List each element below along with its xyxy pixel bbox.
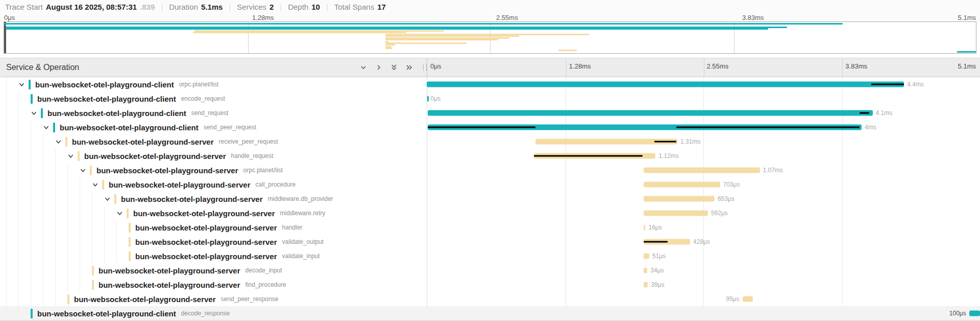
operation-name: validate_input	[282, 253, 320, 260]
span-timeline-cell[interactable]: 428μs	[427, 235, 980, 249]
span-duration-bar[interactable]	[644, 268, 647, 273]
service-color-strip	[129, 251, 131, 261]
indent-guide	[43, 235, 55, 249]
span-row[interactable]: bun-websocket-otel-playground-serverhand…	[0, 149, 980, 163]
chevron-down-icon[interactable]	[92, 181, 102, 188]
span-row[interactable]: bun-websocket-otel-playground-servervali…	[0, 249, 980, 263]
service-name: bun-websocket-otel-playground-server	[135, 238, 277, 246]
indent-guide	[104, 235, 116, 249]
chevron-down-icon[interactable]	[67, 153, 78, 159]
span-timeline-cell[interactable]: 4.1ms	[427, 106, 980, 120]
span-name-cell[interactable]: bun-websocket-otel-playground-serverfind…	[0, 278, 427, 292]
span-row[interactable]: bun-websocket-otel-playground-clientdeco…	[0, 306, 980, 320]
span-timeline-cell[interactable]: 39μs	[427, 278, 980, 292]
span-duration-bar[interactable]	[644, 168, 760, 173]
span-timeline-cell[interactable]: 653μs	[427, 192, 980, 206]
expand-one-icon[interactable]	[375, 63, 383, 72]
span-name-cell[interactable]: bun-websocket-otel-playground-servercall…	[0, 177, 427, 192]
span-name-cell[interactable]: bun-websocket-otel-playground-serverdeco…	[0, 263, 427, 278]
span-name-cell[interactable]: bun-websocket-otel-playground-serverhand…	[0, 220, 427, 235]
chevron-down-icon[interactable]	[55, 139, 65, 145]
span-duration-bar[interactable]	[427, 82, 904, 87]
span-row[interactable]: bun-websocket-otel-playground-servermidd…	[0, 192, 980, 206]
expand-all-icon[interactable]	[405, 63, 413, 72]
span-duration-bar[interactable]	[969, 311, 980, 316]
span-row[interactable]: bun-websocket-otel-playground-clientorpc…	[0, 77, 980, 91]
trace-start-label: Trace Start	[5, 3, 43, 11]
column-resizer-handle[interactable]	[423, 64, 427, 71]
trace-start-value: August 16 2025, 08:57:31	[46, 3, 137, 11]
span-row[interactable]: bun-websocket-otel-playground-serverfind…	[0, 278, 980, 292]
span-row[interactable]: bun-websocket-otel-playground-clientenco…	[0, 91, 980, 106]
span-row[interactable]: bun-websocket-otel-playground-serverorpc…	[0, 163, 980, 177]
indent-guide	[67, 263, 80, 278]
span-duration-bar[interactable]	[743, 296, 753, 302]
collapse-one-icon[interactable]	[359, 63, 368, 72]
span-name-cell[interactable]: bun-websocket-otel-playground-serverrece…	[0, 134, 427, 149]
span-timeline-cell[interactable]: 100μs	[427, 306, 980, 320]
chevron-down-icon[interactable]	[80, 167, 90, 174]
span-row[interactable]: bun-websocket-otel-playground-serverhand…	[0, 220, 980, 235]
span-timeline-cell[interactable]: 0μs	[427, 91, 980, 106]
span-name-cell[interactable]: bun-websocket-otel-playground-serversend…	[0, 292, 427, 306]
span-row[interactable]: bun-websocket-otel-playground-servercall…	[0, 177, 980, 192]
indent-guide	[55, 149, 67, 163]
span-name-cell[interactable]: bun-websocket-otel-playground-clientenco…	[0, 91, 427, 106]
span-name-cell[interactable]: bun-websocket-otel-playground-servermidd…	[0, 192, 427, 206]
service-color-strip	[31, 309, 33, 318]
chevron-down-icon[interactable]	[31, 110, 41, 117]
span-timeline-cell[interactable]: 4ms	[427, 120, 980, 134]
chevron-down-icon[interactable]	[43, 124, 53, 131]
operation-name: send_request	[191, 109, 229, 117]
span-timeline-cell[interactable]: 34μs	[427, 263, 980, 278]
span-row[interactable]: bun-websocket-otel-playground-clientsend…	[0, 120, 980, 134]
span-timeline-cell[interactable]: 1.07ms	[427, 163, 980, 177]
span-duration-bar[interactable]	[428, 110, 872, 116]
span-name-cell[interactable]: bun-websocket-otel-playground-servervali…	[0, 235, 427, 249]
span-timeline-cell[interactable]: 1.12ms	[427, 149, 980, 163]
span-name-cell[interactable]: bun-websocket-otel-playground-clientorpc…	[0, 77, 427, 91]
span-duration-bar[interactable]	[644, 211, 708, 216]
span-row[interactable]: bun-websocket-otel-playground-serverdeco…	[0, 263, 980, 278]
span-row[interactable]: bun-websocket-otel-playground-clientsend…	[0, 106, 980, 120]
timeline-header-tick: 3.83ms	[845, 62, 867, 70]
span-duration-bar[interactable]	[644, 196, 715, 202]
chevron-down-icon[interactable]	[104, 196, 114, 202]
span-duration-bar[interactable]	[644, 182, 720, 188]
critical-path-segment	[644, 241, 668, 243]
indent-guide	[6, 249, 18, 263]
span-timeline-cell[interactable]: 16μs	[427, 220, 980, 235]
span-name-cell[interactable]: bun-websocket-otel-playground-clientsend…	[0, 106, 427, 120]
span-duration-bar[interactable]	[644, 225, 645, 231]
chevron-down-icon[interactable]	[116, 210, 127, 217]
span-row[interactable]: bun-websocket-otel-playground-servermidd…	[0, 206, 980, 220]
span-row[interactable]: bun-websocket-otel-playground-serversend…	[0, 292, 980, 306]
span-timeline-cell[interactable]: 703μs	[427, 177, 980, 192]
span-timeline-cell[interactable]: 4.4ms	[427, 77, 980, 91]
span-name-cell[interactable]: bun-websocket-otel-playground-serverhand…	[0, 149, 427, 163]
span-timeline-cell[interactable]: 1.31ms	[427, 134, 980, 149]
service-color-strip	[127, 209, 129, 218]
indent-guide	[67, 220, 80, 235]
span-row[interactable]: bun-websocket-otel-playground-servervali…	[0, 235, 980, 249]
span-timeline-cell[interactable]: 51μs	[427, 249, 980, 263]
indent-guide	[104, 206, 116, 220]
span-name-cell[interactable]: bun-websocket-otel-playground-servervali…	[0, 249, 427, 263]
collapse-all-icon[interactable]	[390, 63, 398, 72]
span-name-cell[interactable]: bun-websocket-otel-playground-clientsend…	[0, 120, 427, 134]
service-name: bun-websocket-otel-playground-client	[35, 80, 174, 89]
span-duration-bar[interactable]	[644, 254, 649, 259]
critical-path-segment	[871, 84, 904, 85]
span-name-cell[interactable]: bun-websocket-otel-playground-clientdeco…	[0, 306, 427, 320]
span-name-cell[interactable]: bun-websocket-otel-playground-servermidd…	[0, 206, 427, 220]
span-duration-bar[interactable]	[427, 96, 429, 102]
chevron-down-icon[interactable]	[18, 81, 29, 88]
span-timeline-cell[interactable]: 592μs	[427, 206, 980, 220]
indent-guide	[31, 206, 43, 220]
span-timeline-cell[interactable]: 95μs	[427, 292, 980, 306]
indent-guide	[67, 192, 80, 206]
span-duration-bar[interactable]	[644, 282, 648, 288]
trace-minimap[interactable]	[4, 21, 976, 54]
span-name-cell[interactable]: bun-websocket-otel-playground-serverorpc…	[0, 163, 427, 177]
span-row[interactable]: bun-websocket-otel-playground-serverrece…	[0, 134, 980, 149]
